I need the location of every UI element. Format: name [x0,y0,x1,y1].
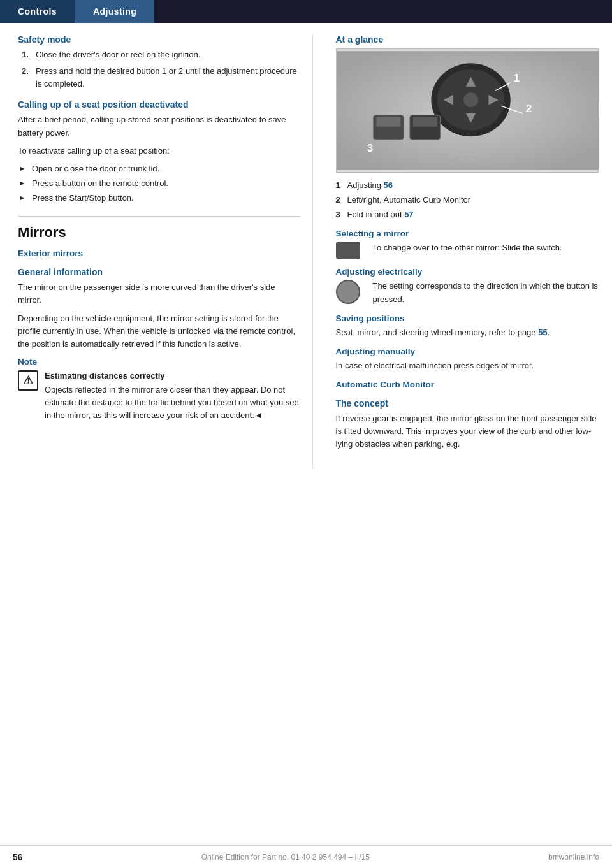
safety-step-1: 1. Close the driver's door or reel on th… [18,48,300,61]
svg-text:2: 2 [525,102,532,115]
footer-logo: bmwonline.info [548,853,599,862]
mirrors-title: Mirrors [18,216,300,241]
bullet-3: Press the Start/Stop button. [18,192,300,205]
adjusting-manually-text: In case of electrical malfunction press … [336,359,600,372]
bullet-1: Open or close the door or trunk lid. [18,163,300,175]
calling-up-title: Calling up of a seat position deactivate… [18,99,300,110]
selecting-mirror-content: To change over to the other mirror: Slid… [336,242,600,259]
link-adjusting[interactable]: 56 [384,180,393,190]
exterior-mirrors-title: Exterior mirrors [18,249,300,258]
page-footer: 56 Online Edition for Part no. 01 40 2 9… [0,845,612,868]
general-info-p1: The mirror on the passenger side is more… [18,281,300,307]
the-concept-title: The concept [336,398,600,409]
page-header: Controls Adjusting [0,0,612,23]
mirror-svg: 1 2 3 [337,49,599,172]
main-content: Safety mode 1. Close the driver's door o… [0,23,612,468]
adjusting-electrically-content: The setting corresponds to the direction… [336,280,600,305]
link-page55[interactable]: 55 [538,328,547,337]
note-label: Note [18,357,300,366]
right-column: At a glance [313,34,613,468]
selecting-mirror-text: To change over to the other mirror: Slid… [373,242,562,254]
svg-point-7 [463,92,478,107]
automatic-curb-title: Automatic Curb Monitor [336,380,600,389]
calling-up-bullets: Open or close the door or trunk lid. Pre… [18,163,300,205]
note-content: ⚠ Estimating distances correctly Objects… [18,370,300,423]
svg-rect-11 [376,117,400,127]
calling-up-p2: To reactivate calling up of a seat posit… [18,145,300,157]
footer-info-text: Online Edition for Part no. 01 40 2 954 … [201,853,370,862]
mirror-control-image: 1 2 3 [336,48,600,173]
safety-step-2: 2. Press and hold the desired button 1 o… [18,65,300,90]
adjusting-electrically-text: The setting corresponds to the direction… [373,280,600,305]
svg-rect-14 [412,117,437,127]
link-fold[interactable]: 57 [404,210,413,219]
image-label-2: 2 Left/right, Automatic Curb Monitor [336,194,600,206]
saving-positions-text: Seat, mirror, and steering wheel memory,… [336,326,600,339]
image-label-3: 3 Fold in and out 57 [336,208,600,221]
image-labels: 1 Adjusting 56 2 Left/right, Automatic C… [336,179,600,221]
tab-controls[interactable]: Controls [0,0,75,23]
mirror-select-button-icon [336,242,360,259]
safety-mode-title: Safety mode [18,34,300,45]
image-label-1: 1 Adjusting 56 [336,179,600,192]
calling-up-p1: After a brief period, calling up stored … [18,113,300,139]
safety-mode-list: 1. Close the driver's door or reel on th… [18,48,300,90]
left-column: Safety mode 1. Close the driver's door o… [0,34,312,468]
adjust-button-icon [336,280,360,304]
note-text: Estimating distances correctly Objects r… [45,370,300,423]
general-info-p2: Depending on the vehicle equipment, the … [18,312,300,351]
page-number: 56 [13,852,23,862]
warning-icon: ⚠ [18,370,38,391]
note-section: Note ⚠ Estimating distances correctly Ob… [18,357,300,423]
svg-text:1: 1 [513,71,520,84]
general-info-title: General information [18,267,300,277]
at-a-glance-title: At a glance [336,34,600,45]
svg-text:3: 3 [367,141,373,154]
tab-adjusting[interactable]: Adjusting [75,0,154,23]
adjusting-manually-title: Adjusting manually [336,347,600,356]
bullet-2: Press a button on the remote control. [18,177,300,190]
adjusting-electrically-title: Adjusting electrically [336,267,600,277]
selecting-mirror-title: Selecting a mirror [336,229,600,238]
the-concept-text: If reverse gear is engaged, the mirror g… [336,412,600,451]
right-col-inner: At a glance [323,34,600,451]
saving-positions-title: Saving positions [336,314,600,323]
